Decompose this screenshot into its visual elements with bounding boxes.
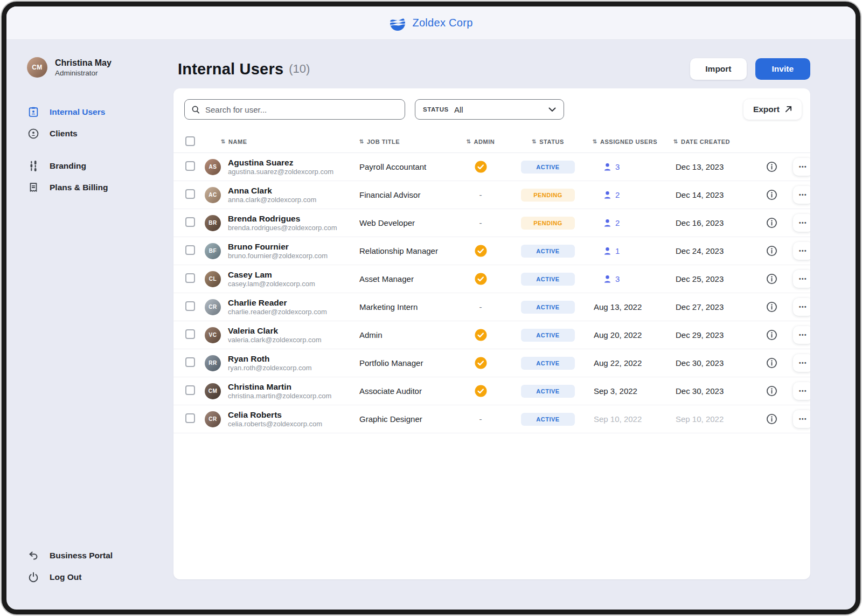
column-header-date-created[interactable]: ⇅DATE CREATED <box>669 139 750 145</box>
assigned-users-date: Sep 10, 2022 <box>594 414 642 424</box>
select-all-checkbox[interactable] <box>185 136 195 146</box>
arrow-up-right-icon <box>785 105 792 114</box>
info-button[interactable] <box>765 384 778 398</box>
column-header-job-title[interactable]: ⇅JOB TITLE <box>357 139 454 145</box>
assigned-users-date: Aug 13, 2022 <box>594 302 642 312</box>
user-name: Ryan Roth <box>228 354 312 364</box>
row-checkbox[interactable] <box>185 161 195 171</box>
row-menu-button[interactable]: ••• <box>793 158 810 176</box>
ellipsis-icon: ••• <box>799 304 807 310</box>
sidebar-footer: Business Portal Log Out <box>27 545 168 588</box>
return-arrow-icon <box>27 550 40 562</box>
search-input[interactable] <box>205 105 398 114</box>
export-button-label: Export <box>753 105 780 114</box>
status-badge: ACTIVE <box>521 385 575 398</box>
info-button[interactable] <box>765 328 778 342</box>
sort-icon: ⇅ <box>593 139 597 144</box>
row-checkbox[interactable] <box>185 385 195 395</box>
table-row: CRCelia Robertscelia.roberts@zoldexcorp.… <box>173 405 810 433</box>
row-menu-button[interactable]: ••• <box>793 186 810 204</box>
column-header-name[interactable]: ⇅NAME <box>204 139 357 145</box>
row-checkbox[interactable] <box>185 273 195 283</box>
assigned-users-link[interactable]: 1 <box>594 246 620 255</box>
main-content: Internal Users (10) Import Invite <box>173 40 856 610</box>
status-badge: ACTIVE <box>521 245 575 258</box>
ellipsis-icon: ••• <box>799 192 807 198</box>
info-button[interactable] <box>765 412 778 426</box>
column-header-assigned-users[interactable]: ⇅ASSIGNED USERS <box>588 139 669 145</box>
row-menu-button[interactable]: ••• <box>793 214 810 232</box>
row-checkbox[interactable] <box>185 189 195 199</box>
table-row: BFBruno Fournierbruno.fournier@zoldexcor… <box>173 237 810 265</box>
row-menu-button[interactable]: ••• <box>793 270 810 288</box>
table-header: ⇅NAME ⇅JOB TITLE ⇅ADMIN ⇅STATUS ⇅ASSIGNE… <box>173 130 810 153</box>
assigned-users-link[interactable]: 2 <box>594 190 620 199</box>
status-badge: ACTIVE <box>521 329 575 342</box>
user-email: bruno.fournier@zoldexcorp.com <box>228 252 328 260</box>
row-checkbox[interactable] <box>185 245 195 255</box>
job-title: Payroll Accountant <box>357 162 454 171</box>
assigned-users-link[interactable]: 3 <box>594 162 620 171</box>
avatar: CR <box>205 299 221 315</box>
sidebar-item-business-portal[interactable]: Business Portal <box>27 545 168 566</box>
import-button[interactable]: Import <box>690 58 746 80</box>
info-button[interactable] <box>765 356 778 370</box>
column-header-status[interactable]: ⇅STATUS <box>508 139 588 145</box>
info-button[interactable] <box>765 244 778 258</box>
sidebar-item-plans-billing[interactable]: Plans & Billing <box>27 177 168 198</box>
assigned-users-date: Aug 20, 2022 <box>594 330 642 340</box>
table-row: VCValeria Clarkvaleria.clark@zoldexcorp.… <box>173 321 810 349</box>
row-menu-button[interactable]: ••• <box>793 354 810 372</box>
status-filter-label: STATUS <box>423 106 449 113</box>
sidebar-item-log-out[interactable]: Log Out <box>27 566 168 588</box>
info-button[interactable] <box>765 272 778 286</box>
row-menu-button[interactable]: ••• <box>793 298 810 316</box>
invite-button[interactable]: Invite <box>755 58 810 80</box>
profile-block[interactable]: CM Christina May Administrator <box>27 57 168 78</box>
row-menu-button[interactable]: ••• <box>793 242 810 260</box>
admin-check-icon <box>475 161 487 173</box>
info-button[interactable] <box>765 300 778 314</box>
table-row: RRRyan Rothryan.roth@zoldexcorp.comPortf… <box>173 349 810 377</box>
job-title: Admin <box>357 330 454 340</box>
row-menu-button[interactable]: ••• <box>793 410 810 428</box>
date-created: Dec 14, 2023 <box>669 190 750 199</box>
user-email: casey.lam@zoldexcorp.com <box>228 280 315 288</box>
export-button[interactable]: Export <box>743 99 802 120</box>
user-email: charlie.reader@zoldexcorp.com <box>228 308 327 316</box>
info-button[interactable] <box>765 188 778 202</box>
row-checkbox[interactable] <box>185 329 195 339</box>
brand-name: Zoldex Corp <box>412 17 472 29</box>
sidebar-item-clients[interactable]: Clients <box>27 123 168 144</box>
info-button[interactable] <box>765 216 778 230</box>
admin-check-icon <box>475 273 487 285</box>
assigned-users-link[interactable]: 3 <box>594 274 620 283</box>
sort-icon: ⇅ <box>532 139 537 144</box>
admin-check-icon <box>475 245 487 257</box>
date-created: Dec 16, 2023 <box>669 218 750 227</box>
row-checkbox[interactable] <box>185 357 195 367</box>
row-menu-button[interactable]: ••• <box>793 382 810 400</box>
row-checkbox[interactable] <box>185 217 195 227</box>
row-checkbox[interactable] <box>185 413 195 423</box>
column-header-admin[interactable]: ⇅ADMIN <box>454 139 508 145</box>
job-title: Relationship Manager <box>357 246 454 255</box>
date-created: Sep 10, 2022 <box>669 414 750 424</box>
sidebar-item-label: Log Out <box>50 572 81 582</box>
row-checkbox[interactable] <box>185 301 195 311</box>
ellipsis-icon: ••• <box>799 164 807 170</box>
avatar: AS <box>205 159 221 175</box>
sidebar-item-branding[interactable]: Branding <box>27 155 168 177</box>
status-badge: ACTIVE <box>521 357 575 370</box>
sidebar-item-internal-users[interactable]: Internal Users <box>27 101 168 123</box>
screenshot-frame: Zoldex Corp CM Christina May Administrat… <box>0 0 862 616</box>
row-menu-button[interactable]: ••• <box>793 326 810 344</box>
info-button[interactable] <box>765 160 778 174</box>
status-filter[interactable]: STATUS All <box>415 99 564 120</box>
assigned-users-date: Aug 22, 2022 <box>594 358 642 368</box>
user-name: Celia Roberts <box>228 410 322 420</box>
app-window: Zoldex Corp CM Christina May Administrat… <box>2 2 860 614</box>
job-title: Graphic Designer <box>357 414 454 424</box>
assigned-users-link[interactable]: 2 <box>594 218 620 227</box>
id-badge-icon <box>27 106 40 118</box>
